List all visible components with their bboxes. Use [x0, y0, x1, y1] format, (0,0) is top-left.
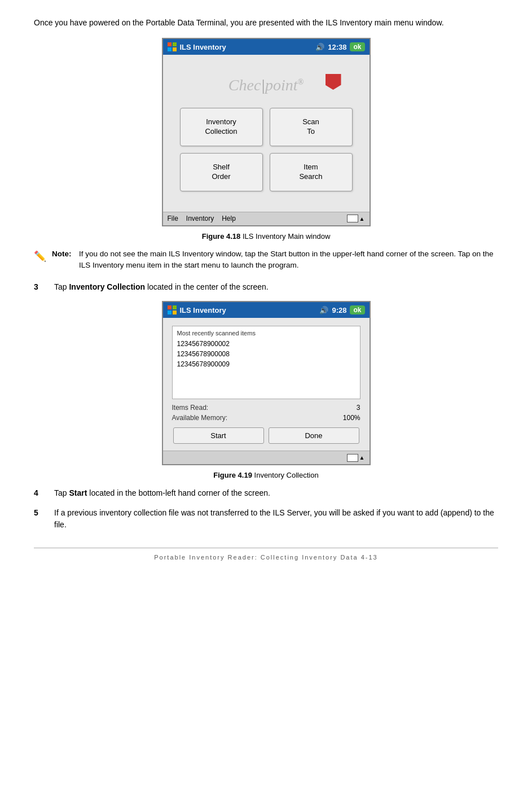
- menu-inventory[interactable]: Inventory: [186, 215, 214, 222]
- pda2-action-buttons: Start Done: [173, 427, 359, 444]
- pda2-titlebar-left: ILS Inventory: [168, 305, 226, 314]
- note-text: If you do not see the main ILS Inventory…: [79, 248, 498, 272]
- figure-4-19-bold: Figure 4.19: [213, 471, 252, 479]
- checkpoint-logo-icon: [326, 74, 341, 90]
- item-search-button[interactable]: ItemSearch: [270, 153, 353, 191]
- svg-rect-7: [173, 311, 177, 314]
- keyboard-arrow-2: ▲: [359, 455, 365, 461]
- pda1-title: ILS Inventory: [180, 43, 226, 51]
- svg-rect-5: [173, 305, 177, 309]
- pda1-menu-bar: File Inventory Help: [168, 215, 236, 222]
- pda1-titlebar: ILS Inventory 🔊 12:38 ok: [163, 39, 370, 55]
- pda1-time: 12:38: [328, 43, 346, 51]
- pda2-list-item-2: 12345678900008: [177, 349, 355, 359]
- step-4-text2: located in the bottom-left hand corner o…: [87, 488, 270, 497]
- pda2-items-read-label: Items Read:: [172, 404, 209, 412]
- pda2-done-button[interactable]: Done: [269, 427, 359, 444]
- speaker-icon-2: 🔊: [319, 306, 328, 314]
- footer-text: Portable Inventory Reader: Collecting In…: [154, 554, 378, 561]
- keyboard-rect: [347, 215, 358, 222]
- checkpoint-logo: Chec|point®: [174, 66, 358, 99]
- keyboard-rect-2: [347, 454, 358, 462]
- speaker-icon: 🔊: [315, 43, 324, 51]
- step-3: 3 Tap Inventory Collection located in th…: [34, 281, 498, 293]
- pda2-ok-button[interactable]: ok: [350, 305, 364, 314]
- pda2-memory-value: 100%: [343, 414, 360, 422]
- pda1-titlebar-left: ILS Inventory: [168, 42, 226, 51]
- pda1-ok-button[interactable]: ok: [350, 42, 364, 51]
- pda1-titlebar-right: 🔊 12:38 ok: [315, 42, 364, 51]
- figure-4-18-bold: Figure 4.18: [202, 232, 241, 241]
- step-4-bold: Start: [69, 488, 87, 497]
- windows-logo-icon-2: [168, 305, 177, 314]
- pda2-memory-row: Available Memory: 100%: [168, 413, 365, 423]
- windows-logo-icon: [168, 42, 177, 51]
- figure-4-18-device: ILS Inventory 🔊 12:38 ok Chec|point® Inv…: [162, 38, 371, 226]
- keyboard-icon-2: ▲: [347, 454, 365, 462]
- intro-paragraph: Once you have powered on the Portable Da…: [34, 17, 498, 29]
- note-block: ✏️ Note: If you do not see the main ILS …: [34, 248, 498, 272]
- pda1-menu-grid: InventoryCollection ScanTo ShelfOrder It…: [180, 108, 353, 191]
- step-5: 5 If a previous inventory collection fil…: [34, 507, 498, 531]
- pda1-bottombar: File Inventory Help ▲: [163, 212, 370, 225]
- inventory-collection-button[interactable]: InventoryCollection: [180, 108, 263, 146]
- pda2-time: 9:28: [332, 306, 346, 314]
- svg-rect-6: [168, 311, 172, 314]
- pda2-title: ILS Inventory: [180, 306, 226, 314]
- figure-4-18-caption: Figure 4.18 ILS Inventory Main window: [34, 232, 498, 241]
- step-3-num: 3: [34, 281, 44, 293]
- shelf-order-button[interactable]: ShelfOrder: [180, 153, 263, 191]
- step-5-text: If a previous inventory collection file …: [54, 507, 498, 531]
- figure-4-18-text: ILS Inventory Main window: [240, 232, 330, 241]
- svg-rect-3: [173, 47, 177, 51]
- step-4-num: 4: [34, 487, 44, 499]
- pda2-titlebar-right: 🔊 9:28 ok: [319, 305, 364, 314]
- scan-to-button[interactable]: ScanTo: [270, 108, 353, 146]
- svg-rect-0: [168, 42, 172, 46]
- keyboard-icon: ▲: [347, 215, 365, 222]
- pda2-list-area: Most recently scanned items 123456789000…: [172, 326, 360, 399]
- figure-4-19-device: ILS Inventory 🔊 9:28 ok Most recently sc…: [162, 301, 371, 465]
- step-5-num: 5: [34, 507, 44, 531]
- checkpoint-logo-text: Chec|point®: [228, 76, 304, 94]
- menu-help[interactable]: Help: [222, 215, 236, 222]
- pda2-titlebar: ILS Inventory 🔊 9:28 ok: [163, 302, 370, 318]
- svg-rect-4: [168, 305, 172, 309]
- menu-file[interactable]: File: [168, 215, 178, 222]
- pda2-start-button[interactable]: Start: [173, 427, 264, 444]
- pda2-body: Most recently scanned items 123456789000…: [163, 318, 370, 451]
- pda2-list-item-1: 12345678900002: [177, 339, 355, 349]
- svg-rect-1: [173, 42, 177, 46]
- pda2-items-read-row: Items Read: 3: [168, 403, 365, 413]
- page-footer: Portable Inventory Reader: Collecting In…: [34, 548, 498, 561]
- pda2-bottombar: ▲: [163, 451, 370, 464]
- pda2-items-read-value: 3: [357, 404, 360, 412]
- pda2-memory-label: Available Memory:: [172, 414, 227, 422]
- step-3-text: Tap Inventory Collection located in the …: [54, 281, 269, 293]
- pda2-list-item-3: 12345678900009: [177, 359, 355, 369]
- keyboard-arrow: ▲: [359, 216, 365, 222]
- figure-4-19-text: Inventory Collection: [252, 471, 319, 479]
- svg-rect-2: [168, 47, 172, 51]
- note-label: Note:: [52, 248, 73, 260]
- figure-4-19-caption: Figure 4.19 Inventory Collection: [34, 471, 498, 479]
- pda1-body: Chec|point® InventoryCollection ScanTo S…: [163, 55, 370, 212]
- step-3-bold: Inventory Collection: [69, 282, 145, 291]
- step-4-text: Tap Start located in the bottom-left han…: [54, 487, 270, 499]
- step-4: 4 Tap Start located in the bottom-left h…: [34, 487, 498, 499]
- note-pencil-icon: ✏️: [34, 249, 46, 264]
- pda2-list-label: Most recently scanned items: [177, 330, 355, 337]
- step-3-text2: located in the center of the screen.: [145, 282, 269, 291]
